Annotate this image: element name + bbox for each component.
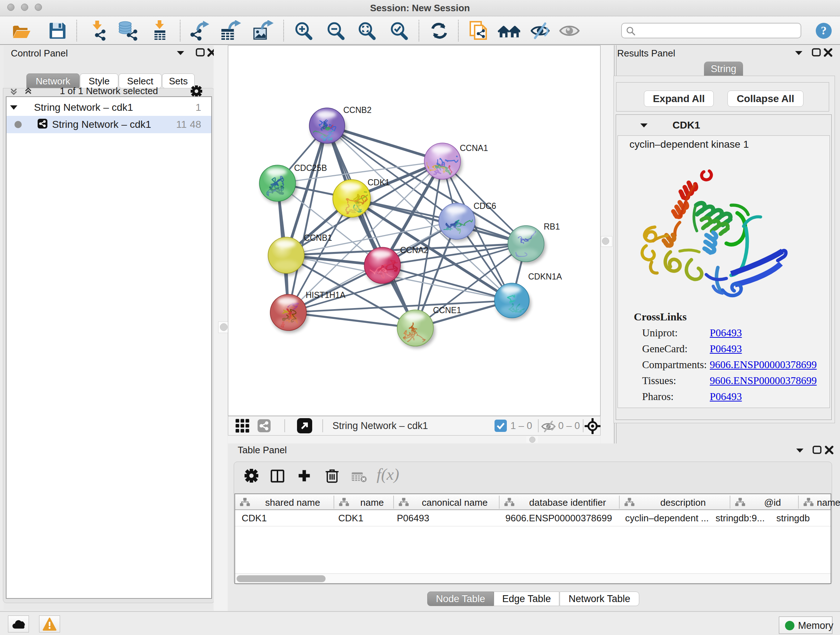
svg-text:CCNA2: CCNA2 bbox=[400, 245, 428, 255]
svg-text:CDKN1A: CDKN1A bbox=[528, 272, 562, 281]
svg-text:HIST1H1A: HIST1H1A bbox=[306, 290, 346, 300]
svg-text:CCNA1: CCNA1 bbox=[460, 143, 488, 153]
svg-text:?: ? bbox=[821, 24, 827, 37]
svg-text:CDK1: CDK1 bbox=[368, 178, 390, 187]
svg-text:CDC6: CDC6 bbox=[474, 201, 496, 211]
svg-text:RB1: RB1 bbox=[544, 222, 560, 231]
svg-text:CCNB1: CCNB1 bbox=[304, 233, 332, 242]
svg-text:CDC25B: CDC25B bbox=[294, 163, 327, 173]
svg-text:CCNB2: CCNB2 bbox=[343, 105, 371, 115]
svg-text:CCNE1: CCNE1 bbox=[433, 306, 461, 315]
